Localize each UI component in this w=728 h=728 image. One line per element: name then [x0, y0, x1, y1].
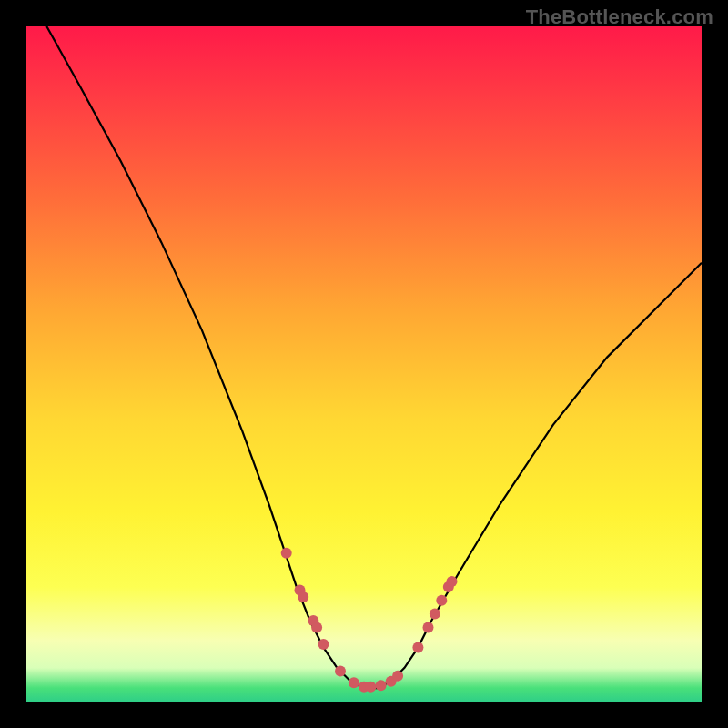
marker-point — [430, 609, 440, 620]
marker-point — [365, 682, 376, 693]
chart-overlay — [26, 26, 702, 702]
marker-point — [281, 548, 292, 559]
marker-point — [376, 680, 387, 691]
marker-point — [447, 576, 458, 587]
marker-point — [311, 622, 322, 632]
marker-point — [412, 642, 423, 653]
marker-point — [298, 592, 308, 602]
marker-point — [318, 639, 329, 650]
bottleneck-curve — [46, 26, 702, 688]
marker-point — [423, 622, 434, 632]
marker-point — [392, 671, 403, 682]
chart-frame: TheBottleneck.com — [0, 0, 728, 728]
watermark-text: TheBottleneck.com — [526, 5, 713, 29]
marker-point — [436, 595, 447, 606]
marker-point — [349, 677, 359, 688]
marker-point — [335, 666, 346, 677]
